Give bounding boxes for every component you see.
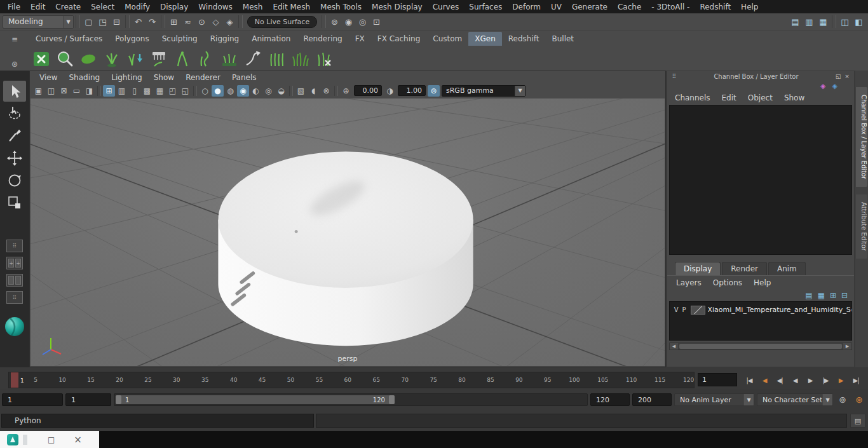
- bookmarks-icon[interactable]: ▭: [71, 85, 83, 97]
- manip-attributes-blue-icon[interactable]: ◈: [832, 82, 837, 90]
- redo-icon[interactable]: ↷: [146, 15, 159, 29]
- menubar-item[interactable]: File: [3, 3, 25, 11]
- channel-box-toggle-icon[interactable]: ◧: [852, 15, 865, 29]
- step-back-frame-button[interactable]: ◀|: [773, 373, 787, 387]
- channel-box-menu[interactable]: Object: [743, 93, 778, 102]
- shaded-display-icon[interactable]: ●: [212, 85, 224, 97]
- maximize-icon[interactable]: □: [48, 435, 55, 444]
- view-transform-dropdown[interactable]: sRGB gamma ▼: [442, 85, 526, 97]
- maya-sphere-icon[interactable]: [4, 316, 25, 337]
- shelf-tab[interactable]: Redshift: [502, 32, 546, 46]
- outliner-layout-button[interactable]: ⠿: [6, 291, 23, 304]
- character-set-dropdown[interactable]: No Character Set ▼: [757, 393, 833, 406]
- menubar-item[interactable]: Cache: [613, 3, 646, 11]
- render-settings-icon[interactable]: ⊡: [370, 15, 383, 29]
- animation-start-field[interactable]: 1: [2, 393, 63, 406]
- current-frame-marker[interactable]: [11, 372, 18, 388]
- scrollbar-thumb[interactable]: [679, 344, 842, 349]
- layer-editor-menu[interactable]: Options: [708, 278, 747, 287]
- menubar-item[interactable]: Edit Mesh: [268, 3, 315, 11]
- menubar-item[interactable]: Deform: [507, 3, 546, 11]
- close-icon[interactable]: ×: [74, 434, 82, 445]
- menubar-item[interactable]: Mesh Display: [367, 3, 428, 11]
- ipr-render-icon[interactable]: ◎: [356, 15, 369, 29]
- command-line-result[interactable]: [316, 414, 847, 428]
- layer-editor-tab[interactable]: Render: [722, 262, 767, 275]
- wireframe-on-shaded-icon[interactable]: ◍: [224, 85, 236, 97]
- xgen-place-icon[interactable]: [219, 48, 240, 69]
- snap-to-grid-icon[interactable]: ⊞: [167, 15, 180, 29]
- create-layer-from-selected-icon[interactable]: ⊟: [841, 291, 848, 300]
- viewport-menu[interactable]: Lighting: [105, 73, 148, 82]
- manip-attributes-pink-icon[interactable]: ◈: [820, 82, 825, 90]
- layer-editor-menu[interactable]: Help: [749, 278, 776, 287]
- open-scene-icon[interactable]: ◳: [96, 15, 109, 29]
- viewport-canvas[interactable]: persp: [31, 98, 665, 366]
- menubar-item[interactable]: Help: [736, 3, 763, 11]
- safe-action-icon[interactable]: ◰: [166, 85, 179, 97]
- shelf-tab[interactable]: Bullet: [545, 32, 580, 46]
- film-gate-icon[interactable]: ▥: [116, 85, 128, 97]
- safe-title-icon[interactable]: ◱: [179, 85, 191, 97]
- step-back-key-button[interactable]: ◀: [757, 373, 771, 387]
- script-editor-icon[interactable]: ▤: [850, 414, 865, 428]
- lock-camera-icon[interactable]: ◫: [45, 85, 57, 97]
- save-scene-icon[interactable]: ⊟: [110, 15, 123, 29]
- go-to-start-button[interactable]: |◀: [742, 373, 756, 387]
- construction-history-icon[interactable]: ⊚: [328, 15, 341, 29]
- layer-name[interactable]: Xiaomi_Mi_Temperature_and_Humidity_Sen: [708, 306, 851, 314]
- xgen-editor-icon[interactable]: [31, 48, 51, 69]
- shelf-tab[interactable]: Custom: [426, 32, 468, 46]
- xgen-clump-icon[interactable]: [172, 48, 193, 69]
- attribute-editor-toggle-icon[interactable]: ▦: [817, 15, 830, 29]
- shelf-tab[interactable]: XGen: [468, 32, 502, 46]
- menubar-item[interactable]: Redshift: [695, 3, 736, 11]
- move-layer-down-icon[interactable]: ▦: [818, 291, 825, 300]
- viewport-menu[interactable]: Panels: [226, 73, 262, 82]
- render-current-frame-icon[interactable]: ◉: [342, 15, 355, 29]
- character-set-menu-icon[interactable]: ⊚: [836, 393, 850, 407]
- layer-editor-tab[interactable]: Anim: [768, 262, 806, 275]
- menubar-item[interactable]: - 3DtoAll -: [646, 3, 695, 11]
- xgen-curve-icon[interactable]: [242, 48, 263, 69]
- scale-tool[interactable]: [3, 192, 26, 213]
- shelf-tab[interactable]: FX: [349, 32, 371, 46]
- exposure-field[interactable]: 0.00: [354, 85, 382, 96]
- menubar-item[interactable]: Edit: [25, 3, 50, 11]
- ambient-occlusion-icon[interactable]: ◒: [275, 85, 287, 97]
- go-to-end-button[interactable]: ▶|: [849, 373, 863, 387]
- tool-settings-toggle-icon[interactable]: ◫: [838, 15, 851, 29]
- shelf-tab[interactable]: Sculpting: [156, 32, 204, 46]
- snap-to-point-icon[interactable]: ⊙: [195, 15, 208, 29]
- layer-color-swatch[interactable]: [691, 306, 705, 315]
- viewport-menu[interactable]: View: [34, 73, 63, 82]
- play-forwards-button[interactable]: ▶: [803, 373, 817, 387]
- xgen-description-icon[interactable]: [101, 48, 122, 69]
- shelf-gear-icon[interactable]: ⊛: [8, 59, 21, 69]
- character-controls-toggle-icon[interactable]: ▥: [803, 15, 816, 29]
- image-plane-icon[interactable]: ◨: [83, 85, 95, 97]
- channel-box-menu[interactable]: Edit: [717, 93, 742, 102]
- xgen-grass-icon[interactable]: [289, 48, 310, 69]
- move-layer-up-icon[interactable]: ▤: [805, 291, 812, 300]
- current-frame-field[interactable]: 1: [698, 373, 737, 386]
- time-slider[interactable]: 5101520253035404550556065707580859095100…: [8, 372, 695, 388]
- layer-row[interactable]: V P Xiaomi_Mi_Temperature_and_Humidity_S…: [670, 303, 851, 316]
- range-start-handle[interactable]: [116, 395, 121, 404]
- single-pane-layout-button[interactable]: ⠿: [6, 240, 23, 252]
- rotate-tool[interactable]: [3, 170, 26, 191]
- two-pane-layout-button[interactable]: + +: [6, 257, 23, 269]
- shelf-menu-icon[interactable]: ≡: [8, 34, 21, 44]
- float-panel-icon[interactable]: ◱: [834, 72, 843, 81]
- menubar-item[interactable]: Generate: [567, 3, 613, 11]
- drag-handle-icon[interactable]: ⠿: [670, 72, 679, 81]
- menubar-item[interactable]: Mesh Tools: [315, 3, 367, 11]
- select-tool[interactable]: [3, 81, 26, 102]
- grid-toggle-icon[interactable]: ⊞: [103, 85, 115, 97]
- move-tool[interactable]: [3, 147, 26, 168]
- viewport-menu[interactable]: Show: [148, 73, 180, 82]
- animation-end-field[interactable]: 200: [632, 393, 672, 406]
- new-scene-icon[interactable]: ▢: [82, 15, 95, 29]
- step-forward-frame-button[interactable]: |▶: [818, 373, 832, 387]
- xgen-guides-icon[interactable]: [266, 48, 287, 69]
